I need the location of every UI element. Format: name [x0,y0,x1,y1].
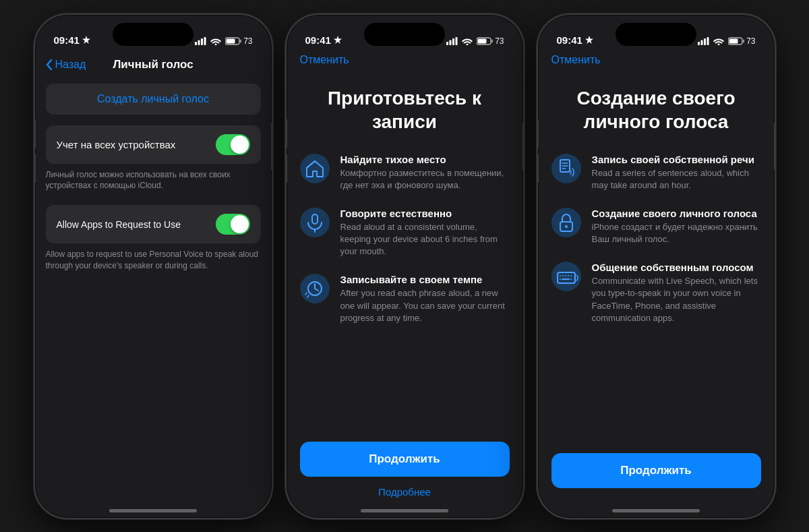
feature-title-2-1: Говорите естественно [340,208,510,219]
location-icon-2 [334,36,342,44]
battery-label: 73 [243,36,252,46]
feature-desc-2-0: Комфортно разместитесь в помещении, где … [340,167,510,191]
feature-icon-keyboard [551,262,581,291]
cancel-button-2[interactable]: Отменить [287,51,523,73]
more-link-2[interactable]: Подробнее [300,486,510,498]
feature-text-2-0: Найдите тихое место Комфортно разместите… [340,154,510,191]
feature-desc-3-1: iPhone создаст и будет надежно хранить В… [592,221,761,245]
mic-icon [300,208,330,237]
cancel-button-3[interactable]: Отменить [538,51,775,73]
create-voice-button[interactable]: Создать личный голос [46,84,261,115]
feature-text-2-1: Говорите естественно Read aloud at a con… [340,208,510,258]
home-indicator-1 [109,509,197,512]
feature-title-2-0: Найдите тихое место [340,154,510,165]
sync-toggle[interactable] [216,134,250,155]
feature-text-3-2: Общение собственным голосом Communicate … [592,262,761,324]
battery-label-2: 73 [495,36,504,46]
feature-desc-2-2: After you read each phrase aloud, a new … [340,287,510,324]
feature-item-3-2: Общение собственным голосом Communicate … [551,262,761,324]
status-time-3: 09:41 [557,34,593,46]
bottom-area-2: Продолжить Подробнее [300,442,510,498]
toggle-knob-2 [231,215,249,233]
vol-up-button-3 [537,119,539,148]
home-icon [300,154,330,183]
svg-rect-12 [491,39,493,42]
lock-icon [551,208,581,237]
svg-point-38 [565,225,568,228]
svg-point-31 [551,154,581,183]
svg-rect-7 [446,42,448,45]
feature-title-3-0: Запись своей собственной речи [592,154,761,165]
allow-toggle[interactable] [216,214,250,235]
time-label-3: 09:41 [557,34,582,46]
feature-item-3-0: Запись своей собственной речи Read a ser… [551,154,761,191]
feature-desc-3-0: Read a series of sentences aloud, which … [592,167,761,191]
svg-rect-5 [240,39,241,42]
time-label: 09:41 [54,34,80,46]
continue-button-3[interactable]: Продолжить [551,453,761,488]
main-title-2: Приготовьтесь к записи [287,73,523,154]
feature-desc-2-1: Read aloud at a consistent volume, keepi… [340,221,510,258]
phones-container: 09:41 [0,0,809,532]
status-icons-1: 73 [195,36,252,46]
time-label-2: 09:41 [305,34,331,46]
feature-item-2-0: Найдите тихое место Комфортно разместите… [300,154,510,191]
battery-icon [225,37,242,45]
keyboard-icon [551,262,581,291]
feature-icon-doc [551,154,581,183]
feature-item-2-2: Записывайте в своем темпе After you read… [300,274,510,324]
settings-row-allow: Allow Apps to Request to Use [46,205,261,243]
allow-description: Allow apps to request to use Personal Vo… [35,243,272,280]
status-time-2: 09:41 [305,34,342,46]
feature-list-2: Найдите тихое место Комфортно разместите… [287,154,523,325]
feature-text-3-0: Запись своей собственной речи Read a ser… [592,154,761,191]
settings-section-2: Allow Apps to Request to Use [46,205,261,243]
phone-2: 09:41 [285,13,525,519]
svg-rect-6 [227,38,235,43]
location-icon [82,36,90,44]
dynamic-island [113,23,193,46]
settings-row-sync: Учет на всех устройствах [46,125,261,164]
wifi-icon-2 [462,37,473,45]
main-title-3: Создание своего личного голоса [538,73,775,154]
wifi-icon [210,37,221,45]
signal-icon [195,37,206,45]
wifi-icon-3 [713,37,724,45]
vol-down-button-3 [537,154,539,183]
allow-label: Allow Apps to Request to Use [57,219,181,230]
sync-description: Личный голос можно использовать на всех … [35,164,272,200]
vol-up-button-2 [285,119,287,148]
feature-icon-home [300,154,330,183]
back-button-1[interactable]: Назад [46,59,86,71]
feature-desc-3-2: Communicate with Live Speech, which lets… [592,275,761,324]
phone-1: 09:41 [34,13,273,519]
status-icons-2: 73 [446,36,504,46]
svg-rect-27 [707,37,709,45]
battery-icon-3 [728,37,745,45]
svg-point-14 [300,154,330,183]
svg-rect-29 [743,39,744,42]
feature-icon-mic [300,208,330,237]
nav-title-1: Личный голос [113,58,193,71]
feature-item-2-1: Говорите естественно Read aloud at a con… [300,208,510,258]
vol-down-button-2 [285,154,287,183]
feature-title-2-2: Записывайте в своем темпе [340,274,510,285]
svg-rect-8 [450,40,452,45]
svg-rect-13 [478,38,487,43]
status-icons-3: 73 [698,36,755,46]
feature-icon-lock [551,208,581,237]
side-button [271,123,273,170]
svg-rect-30 [729,38,738,43]
continue-button-2[interactable]: Продолжить [300,442,510,477]
signal-icon-2 [446,37,458,45]
svg-rect-1 [198,40,200,45]
doc-icon [551,154,581,183]
clock-icon [300,274,330,303]
feature-icon-clock [300,274,330,303]
location-icon-3 [585,36,593,44]
feature-list-3: Запись своей собственной речи Read a ser… [538,154,775,325]
sync-label: Учет на всех устройствах [57,139,176,150]
battery-label-3: 73 [746,36,755,46]
battery-icon-2 [477,37,493,45]
feature-text-3-1: Создание своего личного голоса iPhone со… [592,208,761,245]
